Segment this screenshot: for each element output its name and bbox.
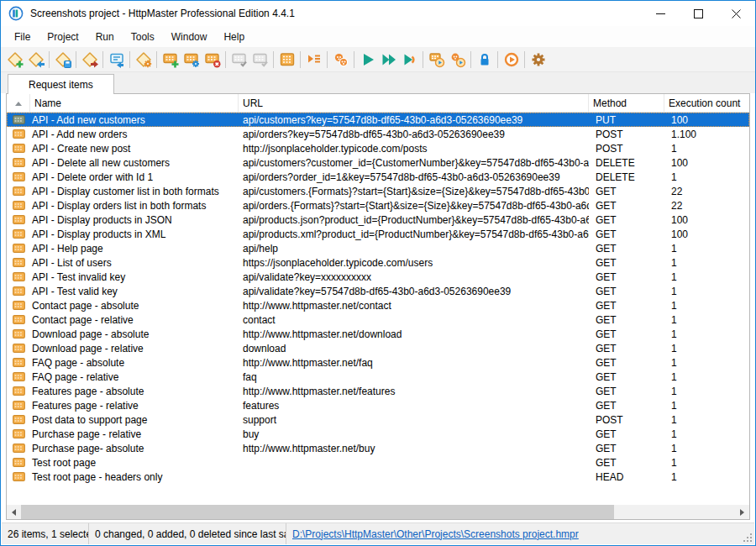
column-header-name[interactable]: Name [30,94,239,113]
new-project-icon [7,51,24,68]
request-item-icon [13,272,25,281]
open-project-button[interactable] [25,49,46,71]
toolbar-separator [49,51,50,68]
row-name: API - Display customer list in both form… [30,184,239,198]
table-row[interactable]: Test root page GET 1 [7,455,749,470]
table-row[interactable]: Post data to support page support POST 1 [7,412,749,427]
schedule-items-button[interactable] [426,49,447,71]
tab-request-items[interactable]: Request items [8,74,114,94]
table-row[interactable]: API - Delete all new customers api/custo… [7,155,749,170]
table-row[interactable]: FAQ page - absolute http://www.httpmaste… [7,355,749,370]
scrollbar-thumb[interactable] [21,505,614,519]
execution-order-button[interactable] [303,49,324,71]
validate-all-items-button[interactable] [249,49,270,71]
table-row[interactable]: API - Display products in JSON api/produ… [7,213,749,227]
column-header-url[interactable]: URL [239,94,589,113]
row-name: Post data to support page [30,412,239,427]
table-row[interactable]: Purchase page- absolute http://www.httpm… [7,441,749,455]
table-row[interactable]: Download page - relative download GET 1 [7,341,749,355]
table-row[interactable]: API - Test invalid key api/validate?key=… [7,270,749,284]
row-method: DELETE [589,155,664,170]
row-execution-count: 1 [664,141,749,155]
table-row[interactable]: Features page - relative features GET 1 [7,398,749,412]
row-execution-count: 1 [664,327,749,341]
project-file-link[interactable]: D:\Projects\HttpMaster\Other\Projects\Sc… [292,528,579,540]
table-row[interactable]: Contact page - absolute http://www.httpm… [7,298,749,312]
table-row[interactable]: Purchase page - relative buy GET 1 [7,427,749,441]
table-row[interactable]: Features page - absolute http://www.http… [7,384,749,398]
resize-grip[interactable] [742,532,753,543]
project-notes-button[interactable] [106,49,127,71]
table-row[interactable]: Test root page - headers only HEAD 1 [7,470,749,484]
row-icon-cell [7,398,30,412]
row-name: API - Test invalid key [30,270,239,284]
scrollbar-track[interactable] [21,505,735,519]
edit-request-item-button[interactable] [181,49,202,71]
table-row[interactable]: API - Display products in XML api/produc… [7,227,749,241]
table-row[interactable]: API - Add new customers api/customers?ke… [7,113,749,127]
row-method: POST [589,141,664,155]
execute-selected-button[interactable] [399,49,420,71]
settings-button[interactable] [528,49,549,71]
scroll-right-button[interactable] [735,505,749,519]
table-row[interactable]: API - List of users https://jsonplacehol… [7,255,749,270]
table-row[interactable]: API - Test valid key api/validate?key=57… [7,284,749,298]
table-row[interactable]: API - Create new post http://jsonplaceho… [7,141,749,155]
menu-tools[interactable]: Tools [123,28,163,46]
menu-file[interactable]: File [6,28,39,46]
validate-item-button[interactable] [228,49,249,71]
menu-help[interactable]: Help [215,28,253,46]
lock-button[interactable] [474,49,495,71]
table-row[interactable]: FAQ page - relative faq GET 1 [7,370,749,384]
row-method: HEAD [589,470,664,484]
execution-groups-button[interactable] [330,49,351,71]
settings-icon [530,51,547,68]
save-project-button[interactable] [52,49,73,71]
view-request-items-button[interactable] [276,49,297,71]
table-row[interactable]: Download page - absolute http://www.http… [7,327,749,341]
minimize-button[interactable] [642,1,680,26]
table-row[interactable]: API - Display orders list in both format… [7,198,749,213]
execution-order-icon [306,51,323,68]
new-project-button[interactable] [4,49,25,71]
toolbar-separator [423,51,423,68]
toolbar-separator [300,51,301,68]
maximize-button[interactable] [680,1,717,26]
schedule-groups-button[interactable] [447,49,468,71]
row-url: api/orders.{Formats}?start={Start}&size=… [239,198,589,213]
project-properties-button[interactable] [133,49,154,71]
execute-all-button[interactable] [378,49,399,71]
row-name: Purchase page- absolute [30,441,239,455]
row-execution-count: 100 [664,227,749,241]
table-row[interactable]: Contact page - relative contact GET 1 [7,312,749,327]
toolbar-separator [76,51,76,68]
row-name: Features page - relative [30,398,239,412]
toolbar-separator [470,51,471,68]
row-method: GET [589,327,664,341]
table-row[interactable]: API - Add new orders api/orders?key=5754… [7,127,749,141]
column-header-sort[interactable] [7,94,30,113]
column-header-execution-count[interactable]: Execution count [664,94,749,113]
row-url: http://www.httpmaster.net/faq [239,355,589,370]
table-row[interactable]: API - Delete order with Id 1 api/orders?… [7,170,749,184]
close-project-button[interactable] [79,49,100,71]
add-request-item-button[interactable] [160,49,181,71]
status-change-summary: 0 changed, 0 added, 0 deleted since last… [89,523,286,544]
table-row[interactable]: API - Help page api/help GET 1 [7,241,749,255]
menu-project[interactable]: Project [39,28,87,46]
column-header-method[interactable]: Method [589,94,664,113]
project-notes-icon [108,51,125,68]
execute-item-button[interactable] [357,49,378,71]
add-request-item-icon [162,51,179,68]
menu-run[interactable]: Run [87,28,123,46]
request-item-icon [13,401,25,410]
table-row[interactable]: API - Display customer list in both form… [7,184,749,198]
row-icon-cell [7,384,30,398]
delete-request-item-button[interactable] [202,49,223,71]
row-method: GET [589,370,664,384]
close-button[interactable] [717,1,755,26]
playback-button[interactable] [501,49,522,71]
menu-window[interactable]: Window [163,28,216,46]
scroll-left-button[interactable] [7,505,21,519]
row-url: http://www.httpmaster.net/contact [239,298,589,312]
